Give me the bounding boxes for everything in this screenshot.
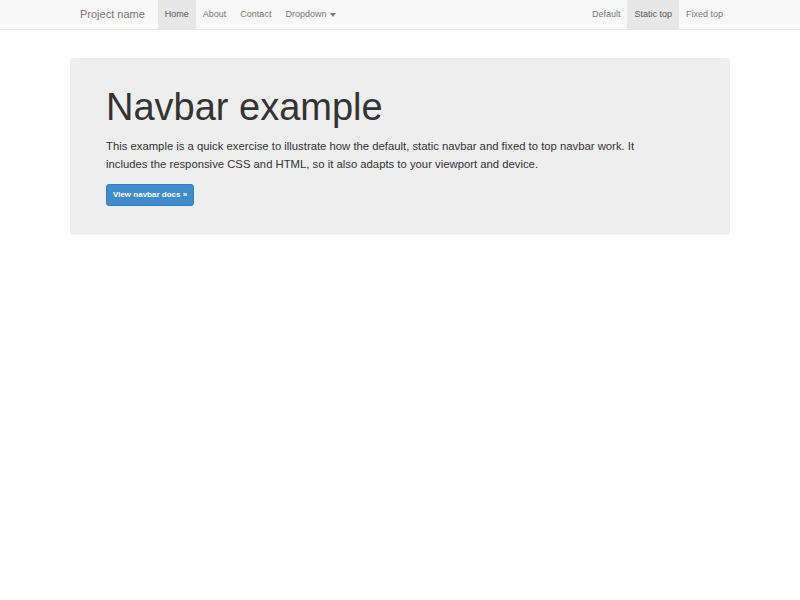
nav-item-fixed-top[interactable]: Fixed top — [679, 0, 730, 29]
nav-item-default[interactable]: Default — [585, 0, 628, 29]
nav-item-static-top[interactable]: Static top — [627, 0, 679, 29]
nav-item-default-label: Default — [592, 0, 621, 29]
nav-item-about[interactable]: About — [196, 0, 234, 29]
nav-item-contact[interactable]: Contact — [233, 0, 278, 29]
nav-item-contact-label: Contact — [240, 0, 271, 29]
nav-item-home-label: Home — [165, 0, 189, 29]
navbar-right-nav: Default Static top Fixed top — [585, 0, 730, 29]
navbar-left-nav: Home About Contact Dropdown — [158, 0, 344, 29]
nav-item-about-label: About — [203, 0, 227, 29]
nav-item-static-top-label: Static top — [634, 0, 672, 29]
nav-item-fixed-top-label: Fixed top — [686, 0, 723, 29]
nav-item-home[interactable]: Home — [158, 0, 196, 29]
brand-link[interactable]: Project name — [70, 0, 155, 29]
nav-item-dropdown[interactable]: Dropdown — [278, 0, 343, 29]
navbar-container: Project name Home About Contact Dropdown… — [70, 0, 730, 29]
nav-item-dropdown-label: Dropdown — [285, 0, 326, 29]
page-description: This example is a quick exercise to illu… — [106, 137, 694, 173]
navbar: Project name Home About Contact Dropdown… — [0, 0, 800, 30]
page-title: Navbar example — [106, 87, 694, 129]
jumbotron: Navbar example This example is a quick e… — [70, 58, 730, 235]
view-navbar-docs-button[interactable]: View navbar docs » — [106, 184, 194, 206]
main-container: Navbar example This example is a quick e… — [70, 58, 730, 235]
caret-down-icon — [330, 13, 336, 17]
